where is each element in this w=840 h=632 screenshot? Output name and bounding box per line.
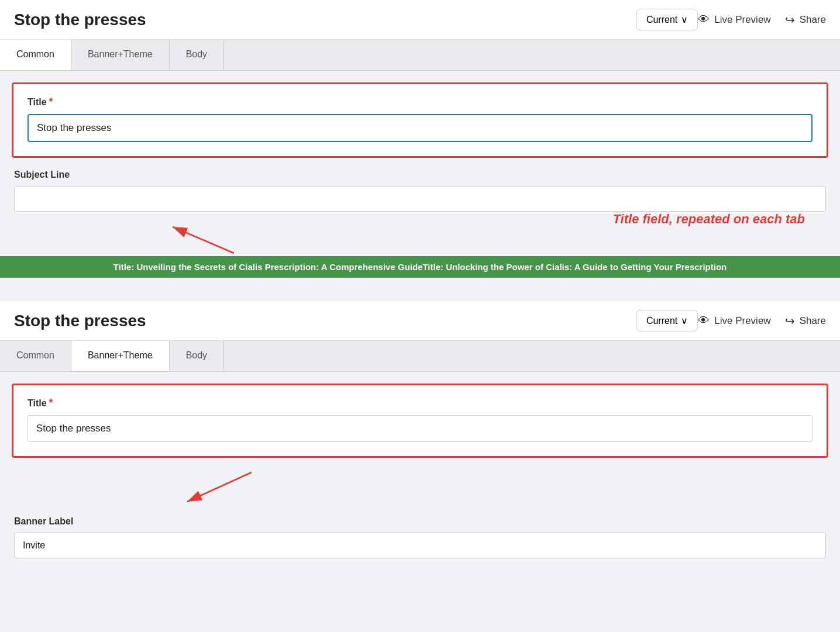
share-button[interactable]: ↪ Share (785, 13, 826, 27)
chevron-down-icon: ∨ (681, 14, 688, 25)
title-field-label-top: Title * (27, 96, 813, 108)
second-live-preview-button[interactable]: 👁 Live Preview (698, 314, 770, 327)
dropdown-label: Current (646, 15, 677, 25)
second-current-dropdown[interactable]: Current ∨ (636, 310, 698, 331)
banner-label-input[interactable] (14, 533, 826, 558)
tab-body-top[interactable]: Body (170, 40, 224, 70)
banner-label-label: Banner Label (14, 516, 826, 527)
title-section-bottom: Title * (12, 384, 828, 458)
second-eye-icon: 👁 (698, 314, 710, 327)
subject-line-input[interactable] (14, 186, 826, 212)
live-preview-button[interactable]: 👁 Live Preview (698, 13, 770, 26)
subject-line-label: Subject Line (14, 170, 826, 180)
svg-line-1 (173, 227, 234, 253)
second-share-icon: ↪ (785, 314, 795, 328)
annotation-red-text: Title field, repeated on each tab (0, 212, 840, 227)
share-label: Share (800, 14, 826, 26)
required-star-top: * (49, 96, 53, 108)
svg-line-3 (187, 472, 252, 502)
main-content-top: Title * Subject Line Title field, repeat… (0, 82, 840, 278)
title-input-top[interactable] (27, 114, 813, 142)
green-banner: Title: Unveiling the Secrets of Cialis P… (0, 256, 840, 278)
tab-banner-theme-top[interactable]: Banner+Theme (71, 40, 170, 70)
subject-line-section: Subject Line (12, 170, 828, 212)
arrow-svg-bottom (0, 469, 840, 505)
tabs-bar-bottom: Common Banner+Theme Body (0, 341, 840, 372)
main-content-bottom: Title * Banner Label (0, 384, 840, 558)
title-section-top: Title * (12, 82, 828, 158)
second-chevron-icon: ∨ (681, 315, 688, 326)
top-header: Stop the presses Current ∨ 👁 Live Previe… (0, 0, 840, 40)
second-share-button[interactable]: ↪ Share (785, 314, 826, 328)
title-field-label-bottom: Title * (27, 397, 813, 409)
live-preview-label: Live Preview (714, 14, 770, 26)
tab-common-top[interactable]: Common (0, 40, 71, 70)
required-star-bottom: * (49, 397, 53, 409)
tabs-bar-top: Common Banner+Theme Body (0, 40, 840, 71)
second-share-label: Share (800, 315, 826, 327)
current-dropdown[interactable]: Current ∨ (636, 9, 698, 30)
banner-label-section: Banner Label (12, 516, 828, 558)
second-section: Stop the presses Current ∨ 👁 Live Previe… (0, 301, 840, 558)
tab-banner-theme-bottom[interactable]: Banner+Theme (71, 341, 170, 371)
second-header-actions: 👁 Live Preview ↪ Share (698, 314, 826, 328)
second-page-title: Stop the presses (14, 312, 625, 330)
tab-common-bottom[interactable]: Common (0, 341, 71, 371)
second-dropdown-label: Current (646, 316, 677, 326)
second-live-preview-label: Live Preview (714, 315, 770, 327)
header-actions: 👁 Live Preview ↪ Share (698, 13, 826, 27)
tab-body-bottom[interactable]: Body (170, 341, 224, 371)
second-header: Stop the presses Current ∨ 👁 Live Previe… (0, 301, 840, 341)
eye-icon: 👁 (698, 13, 710, 26)
share-icon: ↪ (785, 13, 795, 27)
page-title: Stop the presses (14, 11, 625, 29)
title-input-bottom[interactable] (27, 415, 813, 442)
